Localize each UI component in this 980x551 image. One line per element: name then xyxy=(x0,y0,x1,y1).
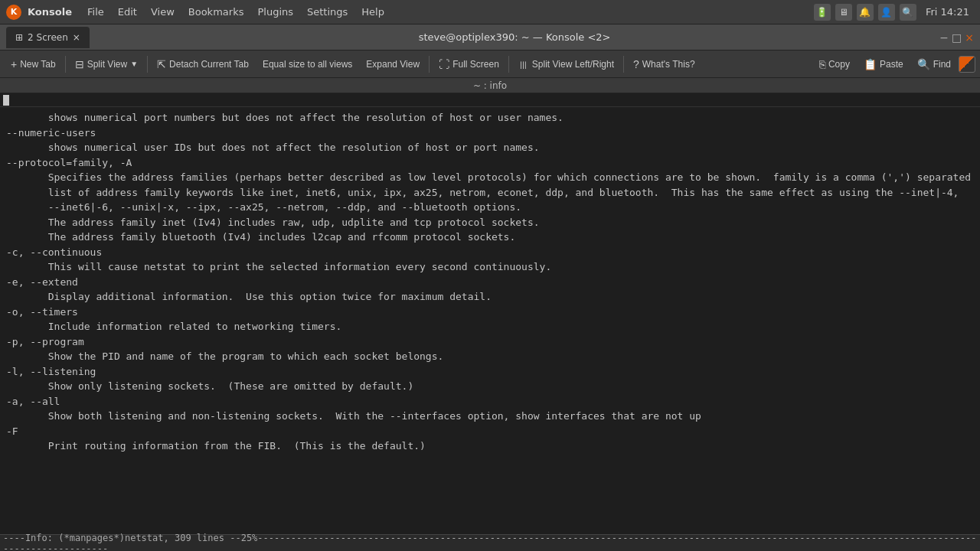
network-icon[interactable]: 🖥 xyxy=(835,4,852,21)
expand-view-label: Expand View xyxy=(366,59,420,70)
app-icon: K xyxy=(6,5,21,20)
terminal-line: -F xyxy=(6,424,974,439)
terminal-line: Print routing information from the FIB. … xyxy=(6,439,974,454)
titlebar: K Konsole File Edit View Bookmarks Plugi… xyxy=(0,0,980,24)
tab-label: 2 Screen xyxy=(28,32,68,43)
menu-settings[interactable]: Settings xyxy=(301,5,354,19)
expand-view-button[interactable]: Expand View xyxy=(360,57,426,72)
terminal-line: Show both listening and non-listening so… xyxy=(6,409,974,424)
terminal-line: Show the PID and name of the program to … xyxy=(6,349,974,364)
menu-file[interactable]: File xyxy=(81,5,110,19)
new-tab-icon: + xyxy=(11,58,17,70)
window-close-icon[interactable]: × xyxy=(965,31,974,44)
color-picker[interactable] xyxy=(959,56,975,73)
whats-this-label: What's This? xyxy=(642,59,695,70)
find-label: Find xyxy=(933,59,951,70)
terminal-line: -l, --listening xyxy=(6,364,974,380)
active-tab[interactable]: ⊞ 2 Screen × xyxy=(6,27,90,48)
clock: Fri 14:21 xyxy=(921,6,974,18)
terminal-line: Display additional information. Use this… xyxy=(6,289,974,305)
detach-icon: ⇱ xyxy=(157,58,166,70)
terminal-line: -a, --all xyxy=(6,394,974,409)
new-tab-label: New Tab xyxy=(20,59,55,70)
terminal-line: shows numerical user IDs but does not af… xyxy=(6,140,974,155)
copy-label: Copy xyxy=(828,59,850,70)
terminal-line: -e, --extend xyxy=(6,275,974,290)
status-text: ----Info: (*manpages*)netstat, 309 lines… xyxy=(3,533,977,552)
user-icon[interactable]: 👤 xyxy=(878,4,895,21)
terminal-line: The address family inet (Iv4) includes r… xyxy=(6,215,974,230)
cursor xyxy=(3,95,9,106)
split-view-button[interactable]: ⊟ Split View ▼ xyxy=(69,56,144,73)
menu-plugins[interactable]: Plugins xyxy=(251,5,299,19)
full-screen-label: Full Screen xyxy=(452,59,499,70)
split-lr-icon: ⫼ xyxy=(518,58,529,70)
split-view-icon: ⊟ xyxy=(75,58,84,70)
whats-this-button[interactable]: ? What's This? xyxy=(627,56,701,73)
info-text: ~ : info xyxy=(473,80,507,91)
tabbar: ⊞ 2 Screen × steve@optiplex390: ~ — Kons… xyxy=(0,24,980,51)
equal-size-label: Equal size to all views xyxy=(263,59,352,70)
toolbar-sep-3 xyxy=(429,56,430,73)
search-icon[interactable]: 🔍 xyxy=(900,4,916,21)
find-icon: 🔍 xyxy=(917,58,930,70)
menu-view[interactable]: View xyxy=(145,5,181,19)
sys-icons: 🔋 🖥 🔔 👤 🔍 Fri 14:21 xyxy=(814,4,974,21)
full-screen-icon: ⛶ xyxy=(439,58,449,70)
terminal-line: --numeric-users xyxy=(6,126,974,141)
terminal-line: Specifies the address families (perhaps … xyxy=(6,170,974,185)
terminal-line: list of address family keywords like ine… xyxy=(6,185,974,201)
paste-icon: 📋 xyxy=(864,58,877,70)
terminal-line: shows numerical port numbers but does no… xyxy=(6,110,974,126)
toolbar: + New Tab ⊟ Split View ▼ ⇱ Detach Curren… xyxy=(0,51,980,78)
toolbar-sep-5 xyxy=(623,56,624,73)
toolbar-sep-2 xyxy=(147,56,148,73)
whats-this-icon: ? xyxy=(633,58,639,70)
terminal-line: The address family bluetooth (Iv4) inclu… xyxy=(6,230,974,245)
window-minimize-icon[interactable]: − xyxy=(939,31,949,44)
input-bar[interactable] xyxy=(0,93,980,107)
full-screen-button[interactable]: ⛶ Full Screen xyxy=(433,56,505,73)
menu-help[interactable]: Help xyxy=(355,5,390,19)
menu-bar: File Edit View Bookmarks Plugins Setting… xyxy=(81,5,808,19)
tab-grid-icon: ⊞ xyxy=(15,32,23,43)
terminal-line: Show only listening sockets. (These are … xyxy=(6,379,974,394)
terminal-line: This will cause netstat to print the sel… xyxy=(6,259,974,275)
equal-size-button[interactable]: Equal size to all views xyxy=(256,57,358,72)
toolbar-sep-4 xyxy=(508,56,509,73)
new-tab-button[interactable]: + New Tab xyxy=(5,56,62,73)
toolbar-right: ⎘ Copy 📋 Paste 🔍 Find xyxy=(813,56,975,73)
terminal-line: -o, --timers xyxy=(6,305,974,320)
detach-tab-button[interactable]: ⇱ Detach Current Tab xyxy=(151,56,255,73)
split-view-label: Split View xyxy=(87,59,127,70)
detach-tab-label: Detach Current Tab xyxy=(169,59,249,70)
split-view-arrow: ▼ xyxy=(130,60,138,68)
toolbar-sep-1 xyxy=(65,56,66,73)
terminal-line: --protocol=family, -A xyxy=(6,155,974,171)
window-title: steve@optiplex390: ~ — Konsole <2> xyxy=(93,31,936,43)
menu-bookmarks[interactable]: Bookmarks xyxy=(182,5,250,19)
bell-icon[interactable]: 🔔 xyxy=(857,4,874,21)
copy-button[interactable]: ⎘ Copy xyxy=(813,56,856,73)
find-button[interactable]: 🔍 Find xyxy=(911,56,957,73)
info-bar: ~ : info xyxy=(0,78,980,93)
terminal-line: -c, --continuous xyxy=(6,245,974,260)
tab-close-icon[interactable]: × xyxy=(73,32,80,43)
terminal-content[interactable]: shows numerical port numbers but does no… xyxy=(0,107,980,534)
terminal-line: Include information related to networkin… xyxy=(6,319,974,334)
status-bar: ----Info: (*manpages*)netstat, 309 lines… xyxy=(0,534,980,551)
paste-button[interactable]: 📋 Paste xyxy=(858,56,910,73)
window-maximize-icon[interactable]: □ xyxy=(952,31,962,44)
menu-edit[interactable]: Edit xyxy=(112,5,143,19)
app-name: Konsole xyxy=(28,6,72,18)
split-lr-button[interactable]: ⫼ Split View Left/Right xyxy=(512,56,620,73)
paste-label: Paste xyxy=(880,59,903,70)
split-lr-label: Split View Left/Right xyxy=(532,59,614,70)
battery-icon[interactable]: 🔋 xyxy=(814,4,831,21)
copy-icon: ⎘ xyxy=(819,58,825,70)
app-icon-label: K xyxy=(11,7,18,17)
terminal-line: --inet6|-6, --unix|-x, --ipx, --ax25, --… xyxy=(6,200,974,215)
terminal-line: -p, --program xyxy=(6,334,974,350)
